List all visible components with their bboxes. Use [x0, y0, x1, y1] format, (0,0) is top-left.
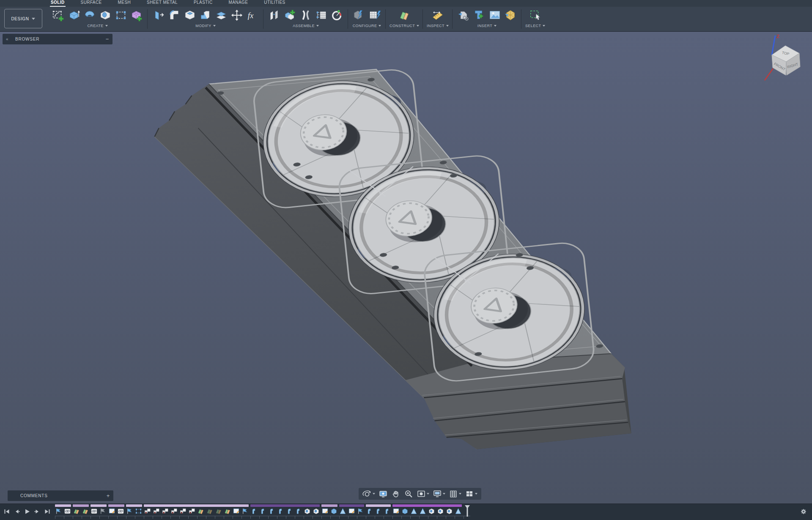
select-icon[interactable] [528, 8, 543, 23]
joint-origin-icon[interactable] [267, 8, 282, 23]
timeline-group-bar[interactable] [392, 504, 462, 507]
timeline-feature-extrude-icon[interactable] [401, 507, 409, 515]
pan-icon[interactable] [390, 488, 402, 499]
timeline-feature-hole-icon[interactable] [313, 507, 320, 515]
timeline-feature-box-icon[interactable] [135, 507, 142, 515]
timeline-feature-link-icon[interactable] [91, 507, 98, 515]
step-back-button[interactable] [14, 508, 20, 515]
viewports-icon[interactable] [464, 488, 479, 499]
3d-viewport-canvas[interactable]: « BROWSER − COMMENTS + Z TOP FRONT RIGHT [0, 31, 812, 504]
timeline-feature-flange-icon[interactable] [286, 507, 293, 515]
timeline-group-bar[interactable] [250, 504, 320, 507]
tab-sheet-metal[interactable]: SHEET METAL [146, 0, 178, 7]
orbit-icon[interactable] [361, 488, 376, 499]
design-workspace-dropdown[interactable]: DESIGN [4, 9, 42, 28]
timeline-feature-flange-icon[interactable] [295, 507, 302, 515]
timeline-group-bar[interactable] [126, 504, 142, 507]
timeline-feature-flange-icon[interactable] [277, 507, 284, 515]
timeline-feature-sketch-icon[interactable] [392, 507, 400, 515]
display-settings-icon[interactable] [431, 488, 447, 499]
browser-minimize-button[interactable]: − [102, 36, 112, 42]
timeline-group-bar[interactable] [144, 504, 249, 507]
offset-face-icon[interactable] [214, 8, 228, 23]
toolbar-group-label-insert[interactable]: INSERT [477, 24, 497, 28]
insert-derive-icon[interactable] [456, 8, 471, 23]
chevron-down-icon[interactable] [373, 493, 375, 495]
tab-mesh[interactable]: MESH [117, 0, 132, 7]
comments-panel-header[interactable]: COMMENTS + [8, 490, 113, 501]
box-handles-icon[interactable] [114, 8, 128, 23]
timeline-feature-hole-icon[interactable] [437, 507, 444, 515]
step-forward-button[interactable] [34, 508, 41, 515]
fillet-icon[interactable] [167, 8, 181, 23]
tab-utilities[interactable]: UTILITIES [263, 0, 286, 7]
timeline-feature-sketch-icon[interactable] [233, 507, 240, 515]
fit-icon[interactable] [415, 488, 431, 499]
timeline-feature-hole-icon[interactable] [446, 507, 453, 515]
insert-mesh-icon[interactable] [503, 8, 518, 23]
timeline-feature-link-icon[interactable] [117, 507, 124, 515]
browser-panel-header[interactable]: « BROWSER − [3, 34, 112, 44]
toolbar-group-label-create[interactable]: CREATE [87, 24, 107, 28]
timeline-feature-tri-icon[interactable] [410, 507, 417, 515]
skip-to-start-button[interactable] [3, 508, 10, 515]
timeline-group-bar[interactable] [321, 504, 337, 507]
timeline-feature-sketch-icon[interactable] [108, 507, 115, 515]
timeline-feature-joint-icon[interactable] [170, 507, 178, 515]
create-sketch-icon[interactable] [51, 8, 66, 23]
timeline-feature-tri-icon[interactable] [419, 507, 426, 515]
toolbar-group-label-inspect[interactable]: INSPECT [427, 24, 449, 28]
timeline-group-bar[interactable] [91, 504, 107, 507]
joint-icon[interactable] [299, 8, 313, 23]
timeline-feature-plane-icon[interactable] [82, 507, 89, 515]
timeline-feature-joint-icon[interactable] [153, 507, 160, 515]
skip-to-end-button[interactable] [44, 508, 51, 515]
timeline-feature-flange-icon[interactable] [250, 507, 258, 515]
hole-icon[interactable] [98, 8, 112, 23]
view-cube[interactable]: Z TOP FRONT RIGHT [761, 33, 810, 84]
timeline-feature-flange-icon[interactable] [259, 507, 266, 515]
toolbar-group-label-assemble[interactable]: ASSEMBLE [293, 24, 319, 28]
shell-icon[interactable] [183, 8, 197, 23]
timeline-feature-plane-icon[interactable] [73, 507, 80, 515]
parameters-fx-icon[interactable]: fx [245, 8, 260, 23]
timeline-feature-plane-icon[interactable] [197, 507, 204, 515]
timeline-feature-flange-icon[interactable] [268, 507, 275, 515]
timeline-settings-gear-icon[interactable] [800, 508, 807, 515]
tab-manage[interactable]: MANAGE [228, 0, 249, 7]
timeline-playhead[interactable] [464, 505, 470, 517]
configuration-table-icon[interactable] [368, 8, 382, 23]
timeline-group-bar[interactable] [55, 504, 71, 507]
timeline-feature-joint-icon[interactable] [144, 507, 151, 515]
zoom-icon[interactable] [403, 488, 414, 499]
grid-settings-icon[interactable] [447, 488, 463, 499]
timeline-feature-joint-icon[interactable] [179, 507, 187, 515]
look-at-icon[interactable] [377, 488, 389, 499]
create-form-icon[interactable] [129, 8, 144, 23]
toolbar-group-label-construct[interactable]: CONSTRUCT [390, 24, 419, 28]
tab-plastic[interactable]: PLASTIC [193, 0, 213, 7]
chevron-down-icon[interactable] [475, 493, 477, 495]
timeline-feature-joint-icon[interactable] [162, 507, 169, 515]
measure-icon[interactable] [431, 8, 445, 23]
timeline-feature-joint-icon[interactable] [188, 507, 195, 515]
timeline-feature-tri-icon[interactable] [339, 507, 346, 515]
timeline-feature-plane-icon[interactable] [224, 507, 231, 515]
timeline-feature-hole-icon[interactable] [428, 507, 435, 515]
motion-study-icon[interactable] [330, 8, 344, 23]
tab-surface[interactable]: SURFACE [80, 0, 103, 7]
timeline-feature-hole-icon[interactable] [304, 507, 311, 515]
timeline-feature-flag-icon[interactable] [55, 507, 62, 515]
insert-text-icon[interactable] [472, 8, 486, 23]
timeline-feature-flag-icon[interactable] [126, 507, 133, 515]
toolbar-group-label-modify[interactable]: MODIFY [195, 24, 215, 28]
comments-add-button[interactable]: + [103, 493, 113, 499]
toolbar-group-label-configure[interactable]: CONFIGURE [353, 24, 381, 28]
timeline-feature-sketch-icon[interactable] [321, 507, 329, 515]
play-button[interactable] [24, 508, 30, 515]
press-pull-icon[interactable] [151, 8, 166, 23]
timeline-feature-flange-icon[interactable] [366, 507, 373, 515]
timeline-feature-sketch-icon[interactable] [348, 507, 355, 515]
timeline-feature-flag-gray-icon[interactable] [99, 507, 107, 515]
timeline-group-bar[interactable] [73, 504, 89, 507]
